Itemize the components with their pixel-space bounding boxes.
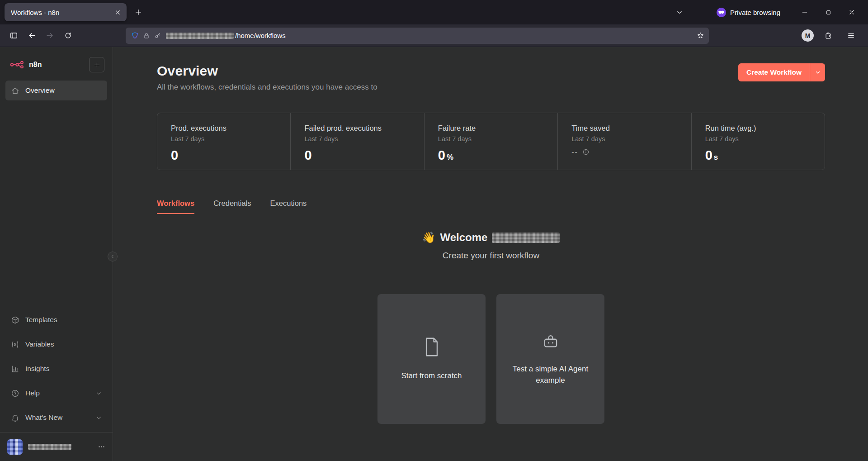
navbar-right-cluster: M [802, 28, 859, 44]
document-icon [422, 336, 442, 358]
add-workflow-button[interactable] [89, 57, 104, 72]
reload-icon [64, 32, 72, 39]
stat-label: Failure rate [438, 124, 557, 133]
stat-number: -- [571, 148, 578, 156]
tab-title: Workflows - n8n [11, 9, 108, 16]
stat-number: 0 [304, 148, 311, 163]
sidebar-item-variables[interactable]: Variables [5, 334, 107, 354]
browser-nav-bar: /home/workflows M [0, 24, 868, 47]
chevron-left-icon [110, 254, 115, 259]
robot-icon [541, 332, 560, 351]
stat-unit: % [447, 153, 453, 162]
extensions-button[interactable] [820, 28, 836, 44]
chevron-down-icon [815, 70, 821, 75]
maximize-icon [826, 10, 831, 15]
sidebar-item-label: Help [25, 389, 40, 397]
stat-value: 0 [171, 148, 290, 163]
stat-period: Last 7 days [304, 135, 424, 143]
variable-icon [11, 340, 19, 349]
back-arrow-icon [28, 31, 36, 40]
create-workflow-dropdown[interactable] [810, 63, 825, 81]
tab-workflows[interactable]: Workflows [157, 199, 194, 214]
urlbar-leading-icons [131, 32, 161, 39]
stat-period: Last 7 days [171, 135, 290, 143]
tab-close-icon[interactable] [112, 7, 123, 18]
page-header-text: Overview All the workflows, credentials … [157, 63, 377, 92]
stat-number: 0 [705, 148, 712, 163]
sidebar-item-templates[interactable]: Templates [5, 310, 107, 330]
ai-agent-example-card[interactable]: Test a simple AI Agent example [496, 294, 604, 424]
n8n-app: n8n Overview Templates [0, 47, 868, 461]
page-title: Overview [157, 63, 377, 79]
info-icon[interactable] [582, 148, 590, 156]
reload-button[interactable] [60, 28, 76, 44]
stat-label: Time saved [571, 124, 691, 133]
window-maximize-button[interactable] [816, 0, 840, 24]
stat-period: Last 7 days [571, 135, 691, 143]
back-button[interactable] [24, 28, 40, 44]
starter-card-label: Test a simple AI Agent example [511, 364, 590, 386]
new-tab-button[interactable] [130, 4, 146, 20]
sidebar-item-label: What's New [25, 413, 62, 422]
stat-label: Run time (avg.) [705, 124, 825, 133]
browser-tab-bar: Workflows - n8n Private browsing [0, 0, 868, 24]
stat-value: 0 [304, 148, 424, 163]
app-menu-button[interactable] [843, 28, 859, 44]
welcome-cta: Create your first workflow [157, 251, 825, 261]
tab-credentials[interactable]: Credentials [213, 199, 251, 214]
home-icon [11, 86, 19, 95]
sidebar-item-overview[interactable]: Overview [5, 81, 107, 100]
bookmark-star-icon[interactable] [697, 32, 704, 39]
sidebar-collapse-handle[interactable] [108, 252, 118, 261]
forward-button[interactable] [42, 28, 58, 44]
stat-card-failed-prod-executions: Failed prod. executions Last 7 days 0 [290, 113, 424, 170]
list-all-tabs-button[interactable] [671, 4, 688, 20]
stat-card-prod-executions: Prod. executions Last 7 days 0 [157, 113, 290, 170]
tabbar-right-cluster: Private browsing [671, 0, 863, 24]
window-minimize-button[interactable] [793, 0, 816, 24]
n8n-logo-icon [10, 61, 25, 69]
brand-label: n8n [29, 61, 42, 69]
key-icon[interactable] [154, 32, 161, 39]
sidebar-top: n8n Overview [0, 47, 113, 100]
browser-tab-active[interactable]: Workflows - n8n [5, 3, 127, 21]
chevron-down-icon [96, 415, 102, 421]
stat-card-time-saved: Time saved Last 7 days -- [557, 113, 691, 170]
window-close-button[interactable] [840, 0, 863, 24]
wave-emoji: 👋 [422, 231, 436, 244]
lock-icon[interactable] [143, 32, 150, 39]
user-avatar[interactable] [7, 439, 23, 455]
sidebar-item-whats-new[interactable]: What's New [5, 408, 107, 428]
private-browsing-badge: Private browsing [717, 8, 780, 17]
plus-icon [94, 62, 100, 68]
user-menu-row[interactable] [0, 432, 113, 461]
create-workflow-button[interactable]: Create Workflow [738, 63, 810, 81]
user-more-icon[interactable] [98, 443, 105, 451]
start-from-scratch-card[interactable]: Start from scratch [377, 294, 486, 424]
stat-value: 0s [705, 148, 825, 163]
url-bar[interactable]: /home/workflows [126, 28, 709, 44]
stat-label: Failed prod. executions [304, 124, 424, 133]
sidebar-item-label: Insights [25, 365, 49, 373]
url-path: /home/workflows [235, 32, 286, 39]
hamburger-icon [847, 32, 855, 39]
stat-label: Prod. executions [171, 124, 290, 133]
stat-number: 0 [171, 148, 178, 163]
close-icon [849, 9, 855, 15]
page-subtitle: All the workflows, credentials and execu… [157, 83, 377, 92]
sidebar-toggle-button[interactable] [5, 28, 22, 44]
private-browsing-label: Private browsing [730, 9, 780, 16]
stat-card-failure-rate: Failure rate Last 7 days 0% [424, 113, 557, 170]
n8n-brand: n8n [10, 61, 42, 69]
stat-value: 0% [438, 148, 557, 163]
url-text[interactable]: /home/workflows [166, 32, 692, 39]
sidebar-item-insights[interactable]: Insights [5, 359, 107, 379]
sidebar-item-help[interactable]: Help [5, 383, 107, 403]
tab-executions[interactable]: Executions [270, 199, 307, 214]
profile-avatar[interactable]: M [802, 29, 814, 42]
sidebar: n8n Overview Templates [0, 47, 113, 461]
bell-icon [11, 413, 19, 422]
tracking-shield-icon[interactable] [131, 32, 139, 39]
welcome-section: 👋 Welcome Create your first workflow [157, 231, 825, 261]
chevron-down-icon [96, 390, 102, 396]
